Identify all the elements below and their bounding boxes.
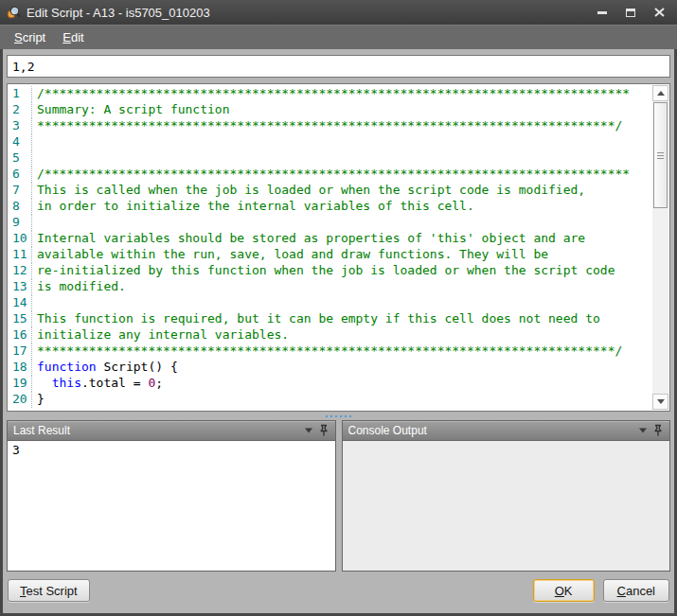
code-line: 11available within the run, save, load a… (9, 247, 651, 263)
console-output-title: Console Output (348, 424, 636, 437)
scroll-up-button[interactable] (652, 85, 668, 101)
code-line: 13is modified. (9, 279, 651, 295)
code-line: 18function Script() { (9, 360, 651, 376)
chevron-down-icon (638, 427, 648, 434)
code-line: 9 (9, 215, 651, 231)
code-line: 15This function is required, but it can … (9, 311, 651, 327)
code-line: 19 this.total = 0; (9, 376, 651, 392)
pin-icon (652, 424, 664, 437)
maximize-button[interactable] (616, 3, 645, 22)
code-line: 17**************************************… (9, 343, 651, 360)
console-output-panel: Console Output (342, 420, 671, 572)
code-line: 16initialize any internal variables. (9, 327, 651, 343)
edit-script-window: Edit Script - A13 - is5705_010203 Script… (0, 0, 677, 616)
titlebar: Edit Script - A13 - is5705_010203 (0, 0, 677, 25)
code-lines: 1/**************************************… (9, 86, 651, 410)
panel-menu-button[interactable] (301, 423, 316, 438)
menubar: Script Edit (0, 25, 677, 49)
panel-menu-button[interactable] (635, 423, 650, 438)
console-output-area (343, 440, 670, 571)
code-line: 3***************************************… (9, 118, 651, 134)
cursor-position-field[interactable] (7, 55, 670, 78)
arrow-down-icon (657, 399, 665, 404)
pin-icon (318, 424, 330, 437)
arrow-up-icon (657, 91, 665, 96)
close-icon (654, 8, 665, 17)
code-line: 20} (9, 392, 651, 408)
code-line: 4 (9, 134, 651, 150)
editor-vertical-scrollbar[interactable] (652, 85, 668, 410)
script-magnifier-icon (6, 5, 21, 20)
code-line: 2Summary: A script function (9, 102, 651, 118)
code-line: 12re-initialized by this function when t… (9, 263, 651, 279)
dialog-body: 1/**************************************… (3, 49, 674, 613)
scrollbar-thumb[interactable] (653, 102, 668, 208)
close-button[interactable] (645, 3, 673, 22)
script-code-editor[interactable]: 1/**************************************… (7, 83, 670, 412)
menu-edit[interactable]: Edit (54, 27, 92, 47)
last-result-output: 3 (8, 440, 335, 571)
code-line: 7This is called when the job is loaded o… (9, 183, 651, 199)
result-panels: Last Result 3 Console O (7, 420, 670, 572)
code-line: 8in order to initialize the internal var… (9, 199, 651, 215)
last-result-header: Last Result (8, 421, 335, 440)
code-line: 10Internal variables should be stored as… (9, 231, 651, 247)
minimize-icon (597, 11, 607, 14)
horizontal-splitter[interactable] (7, 412, 670, 420)
cancel-button[interactable]: Cancel (603, 579, 669, 602)
panel-pin-button[interactable] (316, 423, 331, 438)
code-line: 5 (9, 150, 651, 167)
scroll-down-button[interactable] (652, 394, 668, 410)
last-result-panel: Last Result 3 (7, 420, 336, 572)
code-line: 1/**************************************… (9, 86, 651, 102)
window-title: Edit Script - A13 - is5705_010203 (27, 6, 588, 20)
test-script-button[interactable]: Test Script (8, 579, 90, 602)
button-row: Test Script OK Cancel (7, 572, 670, 609)
menu-script[interactable]: Script (6, 27, 54, 47)
ok-button[interactable]: OK (533, 579, 595, 602)
chevron-down-icon (304, 427, 313, 434)
code-line: 6/**************************************… (9, 167, 651, 183)
maximize-icon (626, 9, 635, 17)
last-result-title: Last Result (13, 424, 301, 437)
code-line: 14 (9, 295, 651, 311)
minimize-button[interactable] (588, 3, 616, 22)
console-output-header: Console Output (343, 421, 670, 440)
panel-pin-button[interactable] (650, 423, 666, 438)
